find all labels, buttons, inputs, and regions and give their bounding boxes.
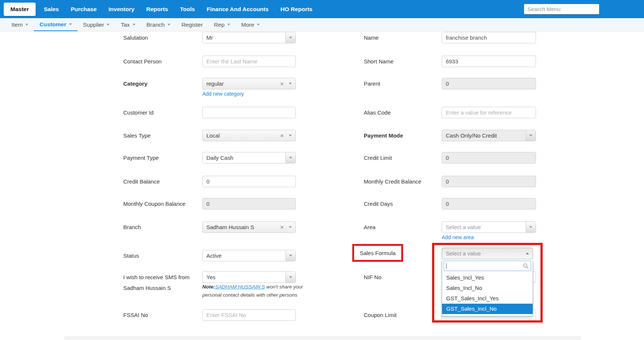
chevron-down-icon xyxy=(25,24,28,26)
chevron-down-icon xyxy=(289,226,292,228)
category-label: Category xyxy=(123,78,199,89)
alias-code-input[interactable] xyxy=(442,107,536,118)
payment-mode-value: Cash Only/No Credit xyxy=(442,132,526,139)
payment-mode-label: Payment Mode xyxy=(364,130,440,141)
subnav-item-register[interactable]: Register xyxy=(176,18,209,31)
dropdown-option-sales-incl-yes[interactable]: Sales_Incl_Yes xyxy=(442,273,533,283)
topnav-item-sales[interactable]: Sales xyxy=(38,6,65,13)
customer-id-label: Customer Id xyxy=(123,107,199,118)
sub-menu-bar: ItemCustomerSupplierTaxBranchRegisterRep… xyxy=(0,18,644,32)
subnav-item-customer[interactable]: Customer xyxy=(34,18,77,31)
add-new-category-link[interactable]: Add new category xyxy=(202,91,244,97)
status-value: Active xyxy=(203,252,285,259)
short-name-input[interactable] xyxy=(442,56,536,67)
fssai-no-label: FSSAI No xyxy=(123,310,199,320)
salutation-value: Mr xyxy=(203,34,285,41)
clear-icon[interactable]: × xyxy=(280,81,284,86)
subnav-item-rep[interactable]: Rep xyxy=(208,18,235,31)
customer-id-input[interactable] xyxy=(202,107,296,118)
dropdown-search-input[interactable] xyxy=(444,261,531,271)
nif-no-label: NIF No xyxy=(364,272,440,283)
payment-mode-select[interactable]: Cash Only/No Credit xyxy=(442,130,536,141)
area-select[interactable]: Select a value xyxy=(442,221,536,233)
dropdown-search-container xyxy=(444,261,531,271)
app-window: MasterSalesPurchaseInventoryReportsTools… xyxy=(0,0,644,340)
clear-icon[interactable]: × xyxy=(280,133,284,138)
area-value: Select a value xyxy=(442,224,526,230)
parent-input xyxy=(442,78,536,89)
sales-type-label: Sales Type xyxy=(123,130,199,141)
subnav-item-label: Customer xyxy=(39,21,66,28)
chevron-down-icon xyxy=(289,135,292,136)
select-arrow-button[interactable] xyxy=(285,272,295,283)
subnav-item-branch[interactable]: Branch xyxy=(141,18,176,31)
sales-type-value: Local xyxy=(206,132,280,139)
name-input[interactable] xyxy=(442,32,536,43)
chevron-down-icon xyxy=(289,37,292,39)
subnav-item-more[interactable]: More xyxy=(236,18,265,31)
branch-value: Sadham Hussain S xyxy=(206,224,280,230)
chevron-down-icon xyxy=(227,24,230,26)
credit-balance-label: Credit Balance xyxy=(123,176,199,187)
footer-divider xyxy=(64,337,581,340)
search-menu-input[interactable] xyxy=(524,4,599,14)
sales-formula-select[interactable]: Select a value xyxy=(442,248,533,259)
sales-formula-annotation-box: Sales Formula xyxy=(352,244,403,262)
topnav-item-finance-and-accounts[interactable]: Finance And Accounts xyxy=(201,6,275,13)
topnav-item-inventory[interactable]: Inventory xyxy=(102,6,140,13)
sms-note-prefix: Note: xyxy=(202,284,215,290)
fssai-no-input[interactable] xyxy=(202,309,296,321)
parent-label: Parent xyxy=(364,78,440,89)
select-arrow-button[interactable] xyxy=(526,130,536,141)
credit-balance-input[interactable] xyxy=(202,176,296,187)
status-label: Status xyxy=(123,250,199,261)
dropdown-option-gst-sales-incl-yes[interactable]: GST_Sales_Incl_Yes xyxy=(442,293,533,304)
chevron-down-icon xyxy=(257,24,260,26)
subnav-item-item[interactable]: Item xyxy=(6,18,34,31)
add-new-area-link[interactable]: Add new area xyxy=(442,234,474,240)
topnav-item-tools[interactable]: Tools xyxy=(174,6,201,13)
topnav-item-purchase[interactable]: Purchase xyxy=(65,6,102,13)
topnav-item-ho-reports[interactable]: HO Reports xyxy=(275,6,318,13)
monthly-credit-balance-input xyxy=(442,176,536,187)
chevron-down-icon xyxy=(107,24,109,26)
search-icon xyxy=(523,263,529,269)
sms-note-branch-name: SADHAM HUSSAIN S xyxy=(215,284,265,290)
chevron-down-icon xyxy=(289,276,292,278)
select-arrow-button[interactable] xyxy=(285,32,295,43)
sales-type-select[interactable]: Local× xyxy=(202,130,296,141)
chevron-down-icon xyxy=(167,24,170,26)
payment-type-label: Payment Type xyxy=(123,152,199,163)
topnav-search-container xyxy=(524,4,599,14)
clear-icon[interactable]: × xyxy=(280,224,284,230)
subnav-item-label: More xyxy=(241,22,254,28)
credit-limit-label: Credit Limit xyxy=(364,152,440,163)
status-select[interactable]: Active xyxy=(202,250,296,261)
select-arrow-button[interactable] xyxy=(285,152,295,163)
i-wish-to-receive-sms-from-sadham-hussain-s-value: Yes xyxy=(203,274,285,280)
salutation-select[interactable]: Mr xyxy=(202,32,296,43)
subnav-item-label: Branch xyxy=(147,22,165,28)
subnav-item-tax[interactable]: Tax xyxy=(115,18,141,31)
dropdown-option-gst-sales-incl-no[interactable]: GST_Sales_Incl_No xyxy=(442,304,533,314)
topnav-item-master[interactable]: Master xyxy=(4,3,36,16)
dropdown-option-sales-incl-no[interactable]: Sales_Incl_No xyxy=(442,283,533,293)
monthly-credit-balance-label: Monthly Credit Balance xyxy=(364,176,440,187)
branch-label: Branch xyxy=(123,222,199,232)
contact-person-input[interactable] xyxy=(202,56,296,67)
sales-formula-dropdown-panel: Sales_Incl_YesSales_Incl_NoGST_Sales_Inc… xyxy=(442,261,533,316)
subnav-item-supplier[interactable]: Supplier xyxy=(78,18,115,31)
branch-select[interactable]: Sadham Hussain S× xyxy=(202,221,296,233)
sms-note: Note:SADHAM HUSSAIN S won't share your p… xyxy=(202,283,317,299)
payment-type-select[interactable]: Daily Cash xyxy=(202,152,296,164)
sales-formula-label: Sales Formula xyxy=(360,250,396,256)
category-select[interactable]: regular× xyxy=(202,78,296,89)
short-name-label: Short Name xyxy=(364,56,440,67)
select-arrow-button[interactable] xyxy=(285,250,295,261)
topnav-item-reports[interactable]: Reports xyxy=(140,6,174,13)
i-wish-to-receive-sms-from-sadham-hussain-s-select[interactable]: Yes xyxy=(202,271,296,283)
contact-person-label: Contact Person xyxy=(123,56,199,67)
monthly-coupon-balance-input xyxy=(202,198,296,209)
select-arrow-button[interactable] xyxy=(526,222,536,232)
chevron-down-icon xyxy=(529,226,532,228)
